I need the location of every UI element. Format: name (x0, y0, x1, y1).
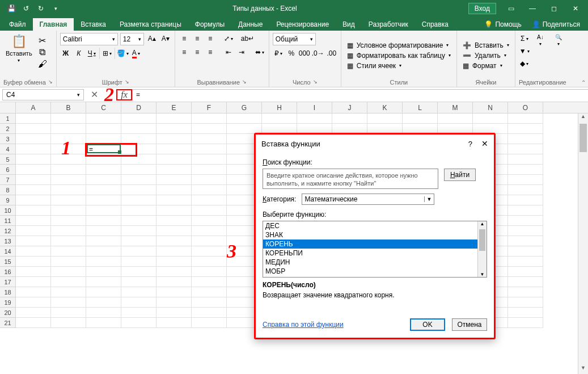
cell[interactable] (121, 185, 156, 195)
align-right-icon[interactable]: ≡ (205, 47, 216, 58)
function-item[interactable]: ЗНАК (263, 230, 477, 239)
scroll-thumb[interactable] (579, 124, 587, 152)
cell[interactable] (156, 236, 192, 246)
row-header[interactable]: 17 (0, 277, 16, 287)
cell[interactable] (86, 124, 121, 134)
dialog-help-icon[interactable]: ? (468, 140, 472, 148)
increase-decimal-icon[interactable]: .0→ (312, 48, 324, 59)
cell[interactable] (121, 205, 156, 216)
cell[interactable] (192, 124, 227, 134)
cancel-formula-icon[interactable]: ✕ (86, 89, 102, 100)
cell[interactable] (86, 195, 121, 205)
tab-page-layout[interactable]: Разметка страницы (113, 18, 188, 31)
ribbon-options-icon[interactable]: ▭ (504, 2, 518, 15)
indent-decrease-icon[interactable]: ⇤ (223, 47, 234, 58)
dialog-titlebar[interactable]: Вставка функции ? ✕ (256, 135, 494, 153)
cell[interactable] (438, 114, 473, 124)
name-box[interactable]: C4▾ (2, 89, 84, 100)
cell[interactable] (16, 267, 51, 277)
cell[interactable] (192, 246, 227, 257)
copy-icon[interactable]: ⧉ (37, 47, 48, 57)
cell[interactable] (121, 267, 156, 277)
cell[interactable] (192, 185, 227, 195)
cell[interactable] (51, 287, 86, 297)
column-header[interactable]: M (438, 102, 473, 113)
row-header[interactable]: 20 (0, 308, 16, 318)
cell[interactable] (121, 257, 156, 267)
decrease-decimal-icon[interactable]: .00 (326, 48, 337, 59)
alignment-launcher-icon[interactable]: ↘ (242, 79, 247, 86)
tab-home[interactable]: Главная (33, 18, 74, 31)
cell[interactable] (51, 226, 86, 236)
cell[interactable] (16, 195, 51, 205)
cell[interactable] (156, 257, 192, 267)
cell[interactable] (121, 165, 156, 175)
tab-developer[interactable]: Разработчик (362, 18, 415, 31)
row-header[interactable]: 1 (0, 114, 16, 124)
cell[interactable] (121, 226, 156, 236)
cell[interactable] (156, 185, 192, 195)
cell[interactable] (156, 318, 192, 328)
cell[interactable] (121, 114, 156, 124)
function-item[interactable]: МЕДИН (263, 258, 477, 267)
cell[interactable] (192, 154, 227, 165)
column-header[interactable]: A (16, 102, 51, 113)
cell[interactable] (192, 226, 227, 236)
align-center-icon[interactable]: ≡ (192, 47, 203, 58)
cell[interactable] (508, 318, 543, 328)
column-header[interactable]: B (51, 102, 86, 113)
paste-button[interactable]: 📋 Вставить ▾ (3, 33, 35, 64)
cell[interactable] (16, 277, 51, 287)
cell[interactable] (156, 124, 192, 134)
cell[interactable] (508, 297, 543, 308)
underline-button[interactable]: Ч (86, 48, 98, 59)
save-icon[interactable]: 💾 (6, 3, 17, 14)
cell[interactable] (156, 308, 192, 318)
cell[interactable] (508, 246, 543, 257)
ok-button[interactable]: OK (410, 318, 445, 331)
cell[interactable] (121, 134, 156, 144)
cell[interactable] (86, 185, 121, 195)
row-header[interactable]: 5 (0, 154, 16, 165)
cell[interactable] (51, 216, 86, 226)
undo-icon[interactable]: ↺ (20, 3, 32, 14)
borders-icon[interactable]: ⊞ (101, 48, 113, 59)
search-function-input[interactable]: Введите краткое описание действия, котор… (263, 169, 438, 189)
function-item[interactable]: КОРЕНЬПИ (263, 249, 477, 258)
cell[interactable] (51, 277, 86, 287)
row-header[interactable]: 8 (0, 185, 16, 195)
row-header[interactable]: 18 (0, 287, 16, 297)
active-cell[interactable]: = (87, 144, 121, 153)
list-scrollbar[interactable]: ▲▼ (477, 221, 487, 277)
cell[interactable] (16, 134, 51, 144)
cell[interactable] (86, 287, 121, 297)
cell[interactable] (121, 124, 156, 134)
cell[interactable] (192, 114, 227, 124)
maximize-icon[interactable]: ◻ (547, 2, 561, 15)
indent-increase-icon[interactable]: ⇥ (236, 47, 247, 58)
cell[interactable] (86, 267, 121, 277)
cell[interactable] (473, 114, 508, 124)
cell[interactable] (192, 216, 227, 226)
cell[interactable] (156, 134, 192, 144)
row-header[interactable]: 15 (0, 257, 16, 267)
fill-handle[interactable] (118, 150, 121, 154)
cell[interactable] (86, 175, 121, 185)
login-button[interactable]: Вход (468, 3, 496, 14)
cell[interactable] (51, 257, 86, 267)
select-all-corner[interactable] (0, 102, 16, 113)
collapse-ribbon-icon[interactable]: ⌃ (581, 79, 586, 86)
cell[interactable] (121, 236, 156, 246)
row-header[interactable]: 9 (0, 195, 16, 205)
row-header[interactable]: 11 (0, 216, 16, 226)
align-bottom-icon[interactable]: ≡ (205, 33, 216, 44)
cell[interactable] (16, 124, 51, 134)
cell[interactable] (51, 267, 86, 277)
cell[interactable] (508, 226, 543, 236)
row-header[interactable]: 3 (0, 134, 16, 144)
cell[interactable] (86, 226, 121, 236)
function-item[interactable]: ДЕС (263, 221, 477, 230)
cell[interactable] (508, 205, 543, 216)
tab-formulas[interactable]: Формулы (188, 18, 231, 31)
cell[interactable] (156, 226, 192, 236)
